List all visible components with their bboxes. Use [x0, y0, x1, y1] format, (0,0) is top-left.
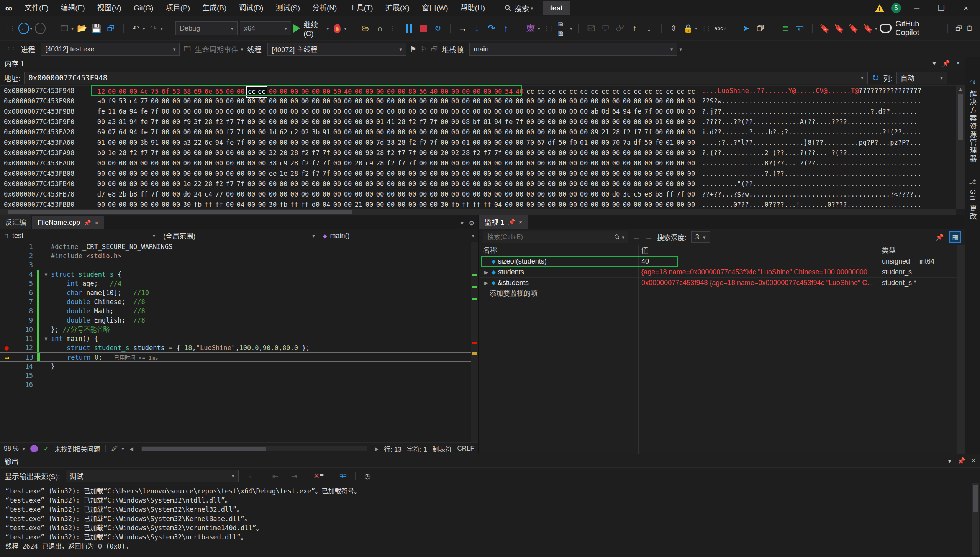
memory-hex-bytes[interactable]: 69076494fe7f000000000000f77f00001d62c202…: [96, 127, 696, 138]
word-wrap-icon[interactable]: ⮒: [336, 470, 350, 482]
close-icon[interactable]: ×: [956, 59, 960, 67]
code-text[interactable]: double English; //8: [51, 316, 478, 325]
breakpoint-margin[interactable]: [0, 251, 13, 260]
tab-git-changes[interactable]: ⎇ Git 更改: [968, 178, 978, 221]
close-icon[interactable]: ×: [972, 457, 975, 465]
previous-result-icon[interactable]: ←: [633, 233, 640, 242]
chevron-down-icon[interactable]: ▾: [932, 59, 936, 67]
breakpoint-margin[interactable]: [0, 270, 13, 279]
pin-icon[interactable]: 📌: [957, 457, 965, 465]
restart-icon[interactable]: ↻: [432, 22, 444, 35]
code-line[interactable]: ●12 struct student_s students = { 18,"Lu…: [0, 343, 478, 352]
stop-debugging-icon[interactable]: [417, 22, 429, 35]
project-select[interactable]: 🗋test▾: [0, 229, 159, 242]
columns-select[interactable]: 自动▾: [896, 72, 947, 84]
hot-reload-icon[interactable]: [331, 22, 344, 35]
thread-select[interactable]: [40072] 主线程▾: [267, 43, 406, 56]
next-comment-icon[interactable]: 🗪: [614, 22, 626, 35]
memory-hex-bytes[interactable]: fe116a94fe7f0000000000000000000000000000…: [96, 106, 696, 117]
flag-icon[interactable]: ⚑: [410, 45, 416, 54]
show-home-window-icon[interactable]: ⌂: [374, 22, 386, 35]
memory-vertical-scrollbar[interactable]: ▲: [956, 85, 965, 209]
process-select[interactable]: [40312] test.exe▾: [41, 43, 180, 56]
step-into-icon[interactable]: ↓: [471, 22, 483, 35]
format-indent-icon[interactable]: ≣: [779, 22, 792, 35]
breakpoint-margin[interactable]: [0, 325, 13, 334]
memory-hex-bytes[interactable]: 00a38194fe7f0000f93f28f2f77f000000000000…: [96, 117, 696, 127]
chevron-down-icon[interactable]: ▾: [143, 26, 145, 31]
pin-property-icon[interactable]: 📌: [934, 231, 946, 243]
spell-check-icon[interactable]: abc✓: [715, 22, 728, 35]
menu-item[interactable]: 文件(F): [18, 0, 54, 16]
navigate-forward-icon[interactable]: →: [35, 23, 46, 34]
chevron-down-icon[interactable]: ▾: [538, 26, 540, 31]
navigate-back-icon[interactable]: ←: [18, 23, 29, 34]
memory-row[interactable]: 0x00000077C453F9F000a38194fe7f0000f93f28…: [0, 117, 965, 127]
chevron-down-icon[interactable]: ▾: [570, 26, 572, 31]
column-indicator[interactable]: 字符: 1: [407, 444, 427, 454]
breakpoint-margin[interactable]: [0, 362, 13, 371]
redo-icon[interactable]: ↷: [147, 22, 160, 35]
menu-item[interactable]: 项目(P): [160, 0, 196, 16]
continue-button[interactable]: 继续(C) ▾: [293, 19, 329, 38]
toolbar-grip[interactable]: ⋮⋮: [5, 25, 15, 31]
code-editor[interactable]: 1#define _CRT_SECURE_NO_WARNINGS2#includ…: [0, 242, 478, 442]
collapse-region-icon[interactable]: ⇳: [668, 22, 680, 35]
document-outline-icon[interactable]: 🗈🗈: [557, 22, 569, 35]
previous-bookmark-icon[interactable]: 🔖: [833, 22, 845, 35]
menu-item[interactable]: 扩展(X): [379, 0, 416, 16]
code-health-status[interactable]: 未找到相关问题: [54, 444, 100, 454]
eol-indicator[interactable]: CRLF: [457, 445, 474, 452]
code-line[interactable]: 1#define _CRT_SECURE_NO_WARNINGS: [0, 242, 478, 251]
warning-icon[interactable]: !: [875, 4, 884, 12]
pin-icon[interactable]: 📌: [942, 59, 950, 67]
watch-row[interactable]: ▶◆students{age=18 name=0x00000077c453f94…: [479, 267, 965, 278]
save-icon[interactable]: 💾: [90, 22, 103, 35]
breakpoint-margin[interactable]: [0, 260, 13, 270]
next-result-icon[interactable]: →: [645, 233, 652, 242]
code-line[interactable]: 8 double Math; //8: [0, 306, 478, 316]
watch-value[interactable]: 40: [641, 257, 649, 265]
previous-comment-icon[interactable]: 🗩: [600, 22, 612, 35]
editor-vertical-scrollbar[interactable]: [471, 242, 478, 442]
move-up-icon[interactable]: ↑: [628, 22, 641, 35]
break-all-icon[interactable]: [403, 22, 415, 35]
code-line[interactable]: 5 int age; //4: [0, 279, 478, 288]
code-line[interactable]: 2#include <stdio.h>: [0, 251, 478, 260]
word-wrap-toolbar-icon[interactable]: ⮒: [794, 22, 806, 35]
memory-row[interactable]: 0x00000077C453FB4000000000000000001e2228…: [0, 179, 965, 189]
memory-row[interactable]: 0x00000077C453FB78d7e82bb8ff7f0000d024c4…: [0, 189, 965, 200]
column-header-type[interactable]: 类型: [879, 245, 965, 256]
memory-horizontal-scrollbar[interactable]: [0, 209, 956, 215]
find-in-files-icon[interactable]: 🗁: [359, 22, 372, 35]
current-statement-icon[interactable]: →: [0, 353, 13, 361]
zoom-select[interactable]: 98 %: [4, 445, 19, 452]
menu-item[interactable]: 视图(V): [91, 0, 128, 16]
code-text[interactable]: #define _CRT_SECURE_NO_WARNINGS: [51, 242, 478, 251]
menu-item[interactable]: Git(G): [128, 0, 160, 16]
menu-item[interactable]: 分析(N): [306, 0, 343, 16]
close-button[interactable]: ×: [957, 0, 975, 16]
menu-item[interactable]: 窗口(W): [416, 0, 454, 16]
memory-row[interactable]: 0x00000077C453F9B8fe116a94fe7f0000000000…: [0, 106, 965, 117]
watch-value[interactable]: 0x00000077c453f948 {age=18 name=0x000000…: [641, 279, 873, 287]
breakpoint-margin[interactable]: [0, 371, 13, 380]
move-down-icon[interactable]: ↓: [643, 22, 655, 35]
show-next-statement-icon[interactable]: →: [456, 22, 469, 35]
memory-hex-bytes[interactable]: 00000000000000000000000000000000ee1e28f2…: [96, 169, 696, 179]
solution-configuration-select[interactable]: Debug▾: [175, 21, 238, 35]
output-source-select[interactable]: 调试▾: [66, 470, 239, 482]
code-line[interactable]: 14}: [0, 362, 478, 371]
memory-row[interactable]: 0x00000077C453FBB0000000000000000030fbff…: [0, 200, 965, 210]
code-line[interactable]: →13 return 0; 已用时间 <= 1ms: [0, 352, 478, 362]
code-line[interactable]: 3: [0, 260, 478, 270]
code-line[interactable]: 15: [0, 371, 478, 380]
expand-arrow-icon[interactable]: ▶: [483, 267, 489, 277]
watch-row[interactable]: ▶◆&students0x00000077c453f948 {age=18 na…: [479, 278, 965, 288]
lifecycle-events-icon[interactable]: 🗔: [184, 45, 191, 53]
menu-item[interactable]: 生成(B): [196, 0, 233, 16]
stack-frame-select[interactable]: main▾: [469, 43, 677, 56]
thread-view-icon[interactable]: 🗗: [431, 45, 438, 53]
open-file-icon[interactable]: 📂: [76, 22, 88, 35]
memory-hex-bytes[interactable]: a0f953c477000000000000000000000000000000…: [96, 96, 696, 106]
